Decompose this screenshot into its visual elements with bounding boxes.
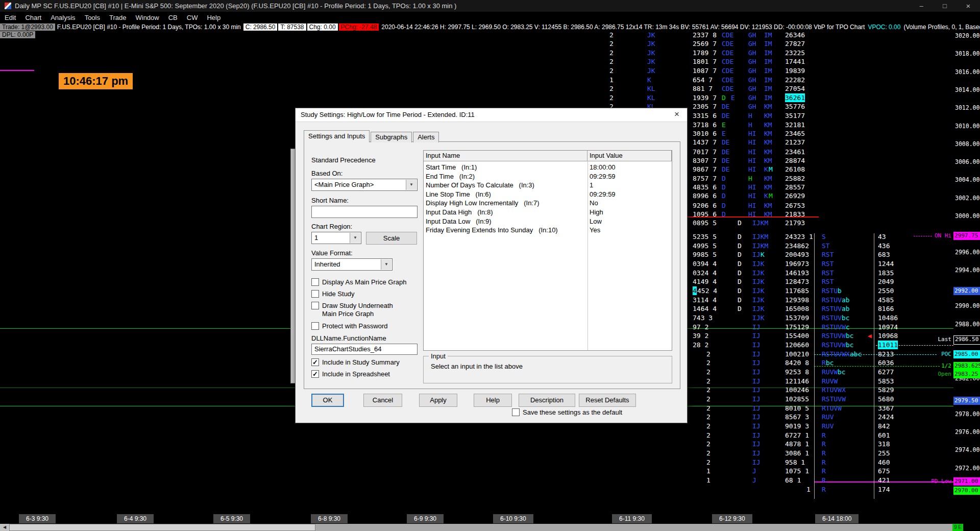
input-row[interactable]: Line Stop Time (In:6)09:29:59 (424, 190, 672, 199)
chevron-down-icon[interactable]: ▼ (406, 180, 416, 190)
tpo-cell: RST (822, 277, 834, 286)
input-groupbox-label: Input (429, 352, 448, 360)
tpo-cell: D (738, 259, 742, 268)
tpo-cell: 601 (878, 431, 890, 440)
checkbox-box[interactable] (311, 302, 319, 309)
tpo-cell: 0895 5 (693, 219, 717, 227)
scroll-thumb[interactable] (9, 524, 315, 531)
column-header[interactable]: Input Value (587, 151, 672, 161)
tpo-cell: D (722, 210, 726, 219)
input-name: Line Stop Time (In:6) (426, 190, 491, 199)
tpo-cell: E (722, 120, 726, 129)
tab-settings-and-inputs[interactable]: Settings and Inputs (304, 130, 370, 142)
tpo-cell: 28557 (785, 183, 805, 191)
tpo-cell: 32181 (785, 120, 805, 129)
scale-button[interactable]: Scale (366, 232, 417, 245)
tpo-cell: 8166 (878, 304, 894, 313)
input-value: Low (590, 217, 602, 226)
checkbox-label: Save these settings as the default (523, 408, 622, 417)
scroll-left-arrow-icon[interactable]: ◀ (0, 524, 10, 531)
chevron-down-icon[interactable]: ▼ (350, 233, 360, 243)
tpo-cell: IM (764, 93, 772, 102)
tpo-cell: M (769, 191, 773, 200)
tpo-cell: HI (748, 138, 756, 147)
tpo-cell: DE (722, 138, 730, 147)
tpo-cell: 2 (609, 66, 614, 75)
ok-button[interactable]: OK (311, 394, 344, 407)
input-row[interactable]: Friday Evening Extends Into Sunday (In:1… (424, 226, 672, 234)
price-box-last-price: 2986.50 (953, 335, 980, 345)
description-button[interactable]: Description (519, 394, 575, 407)
apply-button[interactable]: Apply (419, 394, 457, 407)
tpo-cell: HI (748, 201, 756, 210)
based-on-value: <Main Price Graph> (314, 181, 374, 188)
tab-subgraphs[interactable]: Subgraphs (371, 132, 412, 142)
cancel-button[interactable]: Cancel (363, 394, 402, 407)
checkbox-box[interactable]: ✓ (311, 370, 319, 378)
dialog-title: Study Settings: High/Low for Time Period… (296, 108, 687, 122)
help-button[interactable]: Help (474, 394, 512, 407)
time-label: 6-14 18:00 (815, 514, 859, 523)
tpo-cell: J (752, 476, 756, 485)
input-row[interactable]: End Time (In:2)09:29:59 (424, 172, 672, 181)
input-row[interactable]: Input Data Low (In:9)Low (424, 217, 672, 226)
tpo-cell: 36261 (785, 93, 805, 102)
checkbox-include-in-spreadsheet[interactable]: ✓ Include in Spreadsheet (311, 370, 429, 378)
checkbox-box[interactable] (512, 408, 520, 416)
input-name: Friday Evening Extends Into Sunday (In:1… (426, 226, 558, 234)
dialog-tabs: Settings and InputsSubgraphsAlerts (304, 130, 440, 142)
checkbox-save-as-default[interactable]: Save these settings as the default (512, 408, 665, 417)
tpo-cell: 460 (878, 458, 890, 467)
tpo-cell: 5853 (878, 377, 894, 385)
horizontal-scrollbar[interactable]: ◀ (0, 524, 953, 531)
tpo-cell: 121146 (785, 377, 809, 385)
input-row[interactable]: Number Of Days To Calculate (In:3)1 (424, 181, 672, 189)
checkbox-box[interactable]: ✓ (311, 358, 319, 366)
short-name-input[interactable] (311, 206, 418, 218)
tpo-cell: CDE (722, 66, 733, 75)
tpo-cell: KM (764, 120, 772, 129)
tpo-cell: 318 (878, 440, 890, 448)
reset-defaults-button[interactable]: Reset Defaults (579, 394, 636, 407)
checkbox-label: Draw Study Underneath Main Price Graph (322, 302, 401, 318)
chart-region-select[interactable]: 1 ▼ (311, 232, 361, 244)
checkbox-box[interactable] (311, 290, 319, 298)
checkbox-box[interactable] (311, 278, 319, 286)
tpo-cell: R (822, 440, 826, 448)
input-row[interactable]: Display High Low Incrementally (In:7)No (424, 199, 672, 207)
tpo-cell: IJKM (752, 219, 768, 227)
tpo-cell: 26753 (785, 201, 805, 210)
checkbox-display-as-main-price-graph[interactable]: Display As Main Price Graph (311, 278, 429, 286)
tpo-cell: KM (764, 111, 772, 120)
value-format-select[interactable]: Inherited ▼ (311, 258, 393, 271)
dll-function-input[interactable] (311, 344, 418, 355)
checkbox-include-in-study-summary[interactable]: ✓ Include in Study Summary (311, 358, 429, 367)
checkbox-protect-with-password[interactable]: Protect with Password (311, 322, 429, 330)
tpo-cell: IM (764, 66, 772, 75)
tpo-cell: 6727 1 (785, 431, 809, 440)
tpo-cell: 2 (609, 84, 614, 93)
dialog-close-icon[interactable]: × (667, 108, 687, 122)
input-row[interactable]: Input Data High (In:8)High (424, 208, 672, 216)
short-name-label: Short Name: (311, 197, 349, 204)
tpo-cell: 2 (706, 449, 710, 457)
inputs-table[interactable]: Input NameInput Value Start Time (In:1)1… (423, 150, 672, 351)
column-header[interactable]: Input Name (424, 151, 587, 161)
checkbox-draw-study-underneath[interactable]: Draw Study Underneath Main Price Graph (311, 302, 401, 318)
tpo-cell: 17441 (785, 57, 805, 66)
chart-region-label: Chart Region: (311, 223, 352, 230)
tpo-cell: HI (748, 148, 756, 156)
tpo-cell: IJ (752, 350, 761, 358)
chevron-down-icon[interactable]: ▼ (381, 259, 391, 270)
tpo-cell: RST (822, 250, 834, 259)
tpo-cell: IJ (752, 413, 761, 421)
checkbox-box[interactable] (311, 322, 319, 330)
tpo-cell: DE (722, 165, 730, 174)
tpo-cell: IJ (752, 358, 761, 367)
based-on-select[interactable]: <Main Price Graph> ▼ (311, 179, 418, 191)
tpo-cell: 958 1 (785, 458, 805, 467)
tpo-cell: D (738, 296, 742, 304)
tab-alerts[interactable]: Alerts (413, 132, 439, 142)
checkbox-hide-study[interactable]: Hide Study (311, 290, 429, 298)
input-row[interactable]: Start Time (In:1)18:00:00 (424, 163, 672, 172)
